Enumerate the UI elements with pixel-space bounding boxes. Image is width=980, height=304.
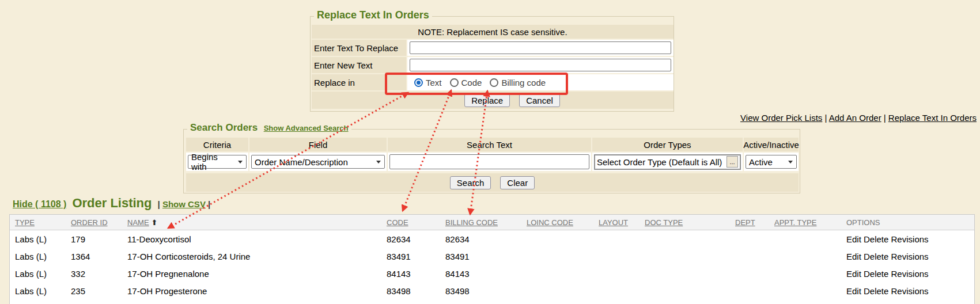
cell-order-id: 235 — [71, 286, 127, 296]
cell-options[interactable]: Edit Delete Revisions — [846, 286, 974, 296]
search-button[interactable]: Search — [450, 176, 491, 189]
field-select[interactable]: Order Name/Description — [251, 155, 385, 169]
column-header-appt-type[interactable]: APPT. TYPE — [774, 218, 816, 227]
radio-button-icon[interactable] — [450, 78, 459, 87]
listing-header-cell: LAYOUT — [599, 217, 645, 227]
column-header-name[interactable]: NAME — [127, 218, 149, 227]
listing-header-cell: BILLING CODE — [445, 217, 527, 227]
replace-text-panel: Replace Text In Orders NOTE: Replacement… — [310, 16, 674, 112]
top-link-view-order-pick-lists[interactable]: View Order Pick Lists — [740, 113, 822, 123]
cell-name: 17-OH Corticosteroids, 24 Urine — [127, 252, 387, 261]
listing-header-cell: LOINC CODE — [527, 217, 599, 227]
listing-header-cell: DOC TYPE — [645, 217, 735, 227]
radio-label: Billing code — [501, 78, 546, 88]
replace-form: NOTE: Replacement IS case sensitive. Ent… — [312, 25, 673, 109]
column-header-dept[interactable]: DEPT — [735, 218, 755, 227]
listing-header-cell: ORDER ID — [71, 217, 127, 227]
column-header-type[interactable]: TYPE — [15, 218, 35, 227]
radio-option-billing-code[interactable]: Billing code — [490, 78, 546, 88]
show-advanced-search-link[interactable]: Show Advanced Search — [264, 124, 349, 132]
column-header-loinc-code[interactable]: LOINC CODE — [527, 218, 573, 227]
cell-order-id: 179 — [71, 234, 127, 244]
top-link-replace-text-in-orders[interactable]: Replace Text In Orders — [888, 113, 977, 123]
cell-options[interactable]: Edit Delete Revisions — [846, 269, 974, 279]
cell-type: Labs (L) — [15, 234, 71, 244]
cell-code: 82634 — [387, 234, 445, 244]
search-header-row: CriteriaFieldSearch TextOrder TypesActiv… — [186, 138, 799, 151]
table-row: Labs (L)136417-OH Corticosteroids, 24 Ur… — [10, 248, 974, 265]
column-header-order-id[interactable]: ORDER ID — [71, 218, 108, 227]
search-column-header-search-text: Search Text — [388, 138, 591, 151]
cell-name: 17-OH Pregnenalone — [127, 269, 387, 279]
top-link-add-an-order[interactable]: Add An Order — [829, 113, 881, 123]
column-header-billing-code[interactable]: BILLING CODE — [445, 218, 498, 227]
order-types-picker[interactable]: Select Order Type (Default is All) ... — [594, 154, 741, 170]
table-row: Labs (L)137324 Hour Urine Calcium82340U2… — [10, 299, 974, 304]
search-controls-row: Begins with Order Name/Description Selec… — [186, 153, 799, 171]
column-header-doc-type[interactable]: DOC TYPE — [645, 218, 683, 227]
column-header-options: OPTIONS — [846, 218, 880, 227]
order-listing-heading: Hide ( 1108 ) Order Listing | Show CSV | — [13, 196, 210, 211]
cell-type: Labs (L) — [15, 252, 71, 261]
column-header-layout[interactable]: LAYOUT — [599, 218, 628, 227]
cell-code: 84143 — [387, 269, 445, 279]
clear-button[interactable]: Clear — [500, 176, 535, 189]
order-types-value: Select Order Type (Default is All) — [597, 157, 722, 167]
chevron-down-icon — [238, 161, 243, 164]
top-links: View Order Pick Lists | Add An Order | R… — [740, 113, 977, 123]
listing-header-cell: NAME⬆ — [127, 217, 387, 227]
table-row: Labs (L)17911-Deoxycortisol8263482634Edi… — [10, 230, 974, 248]
replace-panel-title: Replace Text In Orders — [314, 9, 432, 21]
case-sensitive-note: NOTE: Replacement IS case sensitive. — [312, 25, 673, 39]
active-inactive-select[interactable]: Active — [746, 155, 797, 169]
table-row: Labs (L)33217-OH Pregnenalone8414384143E… — [10, 265, 974, 282]
search-form: CriteriaFieldSearch TextOrder TypesActiv… — [186, 138, 799, 192]
search-column-header-criteria: Criteria — [186, 138, 248, 151]
column-header-code[interactable]: CODE — [387, 218, 408, 227]
radio-option-code[interactable]: Code — [450, 78, 482, 88]
text-to-replace-label: Enter Text To Replace — [312, 40, 406, 56]
search-buttons-band: Search Clear — [186, 173, 799, 192]
cell-order-id: 1364 — [71, 252, 127, 261]
replace-buttons-band: Replace Cancel — [312, 92, 673, 109]
show-csv-link[interactable]: Show CSV — [162, 199, 206, 209]
radio-label: Text — [426, 78, 442, 88]
field-select-value: Order Name/Description — [255, 157, 348, 167]
replace-in-label: Replace in — [312, 74, 406, 90]
cell-code: 83491 — [387, 252, 445, 261]
order-types-browse-button[interactable]: ... — [727, 156, 738, 168]
search-panel-title: Search Orders — [190, 122, 258, 133]
cancel-button[interactable]: Cancel — [519, 94, 560, 107]
cell-type: Labs (L) — [15, 286, 71, 296]
listing-header-cell: DEPT — [735, 217, 774, 227]
cell-name: 11-Deoxycortisol — [127, 234, 387, 244]
listing-header-cell: CODE — [387, 217, 445, 227]
csv-pipe: | — [158, 199, 160, 209]
order-listing-table: TYPEORDER IDNAME⬆CODEBILLING CODELOINC C… — [9, 214, 975, 304]
new-text-label: Enter New Text — [312, 57, 406, 73]
cell-name: 17-OH Progesterone — [127, 286, 387, 296]
cell-billing-code: 82634 — [445, 234, 527, 244]
csv-pipe: | — [208, 199, 210, 209]
cell-type: Labs (L) — [15, 269, 71, 279]
cell-code: 83498 — [387, 286, 445, 296]
text-to-replace-input[interactable] — [410, 41, 671, 54]
sort-ascending-icon: ⬆ — [152, 218, 158, 227]
search-text-input[interactable] — [389, 154, 589, 169]
listing-body: Labs (L)17911-Deoxycortisol8263482634Edi… — [10, 230, 974, 304]
active-select-value: Active — [749, 157, 773, 167]
hide-count-link[interactable]: Hide ( 1108 ) — [13, 199, 66, 210]
radio-button-icon[interactable] — [490, 78, 498, 87]
criteria-select[interactable]: Begins with — [188, 155, 247, 169]
cell-options[interactable]: Edit Delete Revisions — [846, 234, 974, 244]
table-row: Labs (L)23517-OH Progesterone8349883498E… — [10, 282, 974, 299]
radio-button-icon[interactable] — [414, 78, 423, 87]
search-column-header-active-inactive: Active/Inactive — [744, 138, 799, 151]
replace-button[interactable]: Replace — [464, 94, 510, 107]
replace-in-radio-group: TextCodeBilling code — [410, 78, 546, 88]
search-column-header-order-types: Order Types — [592, 138, 743, 151]
cell-options[interactable]: Edit Delete Revisions — [846, 252, 974, 261]
new-text-input[interactable] — [410, 59, 671, 71]
radio-option-text[interactable]: Text — [414, 78, 442, 88]
listing-header-cell: APPT. TYPE — [774, 217, 846, 227]
